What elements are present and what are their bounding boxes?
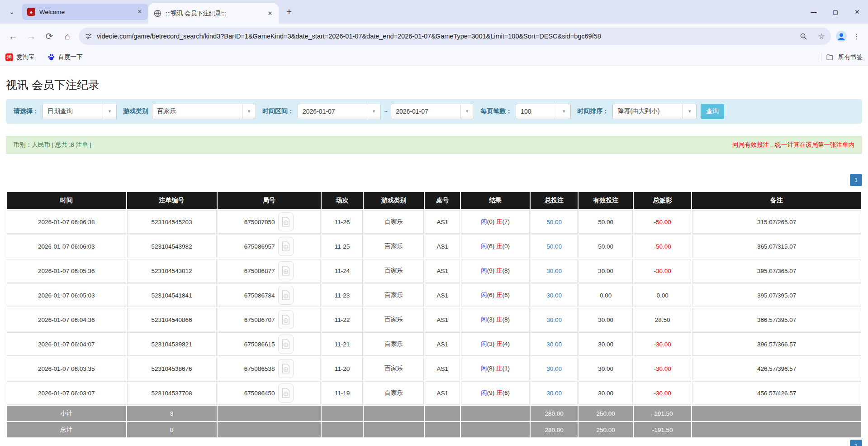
profile-avatar[interactable]: [834, 29, 849, 44]
url-bar[interactable]: videoie.com/game/betrecord_search/kind3?…: [79, 28, 831, 45]
page-title: 视讯 会员下注纪录: [6, 66, 862, 92]
video-replay-button[interactable]: [278, 335, 294, 354]
query-type-select[interactable]: 日期查询 ▼: [43, 104, 117, 119]
video-replay-button[interactable]: [278, 310, 294, 329]
cell-time: 2026-01-07 06:04:07: [7, 332, 126, 356]
close-window-button[interactable]: ✕: [846, 0, 868, 24]
bookmark-baidu[interactable]: 百度一下: [47, 53, 83, 61]
cell-total-bet[interactable]: 30.00: [531, 357, 578, 380]
cell-total-bet[interactable]: 50.00: [531, 235, 578, 258]
reload-button[interactable]: ⟳: [41, 28, 58, 45]
cell-table-no: AS1: [425, 308, 460, 331]
cell-remark: 395.07/365.07: [692, 259, 861, 283]
chevron-down-icon: ▼: [683, 104, 696, 119]
video-replay-button[interactable]: [278, 261, 294, 280]
cell-result: 闲(8) 庄(1): [461, 357, 529, 380]
film-file-icon: [282, 217, 290, 227]
video-replay-button[interactable]: [278, 359, 294, 378]
pagination-page-1-button[interactable]: 1: [850, 174, 862, 186]
cell-round-id: 675086784: [218, 283, 321, 307]
welcome-favicon-icon: ♠: [27, 8, 35, 16]
round-id-text: 675086615: [244, 341, 275, 348]
folder-icon: [826, 53, 834, 61]
column-header: 结果: [461, 192, 529, 209]
column-header: 场次: [322, 192, 363, 209]
round-id-text: 675087050: [244, 219, 275, 225]
home-button[interactable]: ⌂: [59, 28, 76, 45]
total-cell: 250.00: [579, 422, 633, 437]
column-header: 游戏类别: [364, 192, 424, 209]
per-page-select[interactable]: 100 ▼: [516, 104, 571, 119]
minimize-button[interactable]: —: [803, 0, 825, 24]
game-kind-select[interactable]: 百家乐 ▼: [152, 104, 256, 119]
bookmark-taobao[interactable]: 淘 爱淘宝: [5, 53, 35, 61]
round-id-text: 675086784: [244, 292, 275, 299]
select-label: 请选择：: [14, 107, 39, 115]
cell-result: 闲(9) 庄(8): [461, 259, 529, 283]
all-bookmarks-button[interactable]: 所有书签: [838, 53, 863, 61]
cell-round-id: 675086957: [218, 235, 321, 258]
sort-select[interactable]: 降幂(由大到小) ▼: [612, 104, 697, 119]
cell-total-bet[interactable]: 30.00: [531, 308, 578, 331]
pagination-bottom-page-1-button[interactable]: 1: [850, 440, 862, 446]
close-icon[interactable]: ✕: [266, 10, 274, 18]
new-tab-button[interactable]: +: [281, 4, 297, 19]
cell-total-bet[interactable]: 30.00: [531, 259, 578, 283]
back-icon: ←: [9, 31, 18, 42]
cell-total-bet[interactable]: 50.00: [531, 210, 578, 234]
video-replay-button[interactable]: [278, 212, 294, 231]
cell-payout: -50.00: [634, 235, 691, 258]
site-info-tune-icon[interactable]: [85, 33, 92, 40]
home-icon: ⌂: [65, 31, 70, 42]
round-id-text: 675086538: [244, 365, 275, 372]
zoom-icon[interactable]: [797, 29, 810, 43]
tab-search-button[interactable]: ⌄: [4, 4, 20, 20]
game-kind-label: 游戏类别: [123, 107, 148, 115]
total-cell: [461, 406, 529, 421]
close-icon[interactable]: ✕: [136, 8, 144, 16]
forward-button[interactable]: →: [23, 28, 40, 45]
film-file-icon: [282, 290, 290, 300]
cell-time: 2026-01-07 06:05:03: [7, 283, 126, 307]
cell-result: 闲(6) 庄(0): [461, 235, 529, 258]
cell-session: 11-22: [322, 308, 363, 331]
tab-betrecord[interactable]: :::视讯 会员下注纪录::: ✕: [148, 3, 279, 24]
tab-welcome[interactable]: ♠ Welcome ✕: [22, 4, 148, 20]
cell-table-no: AS1: [425, 283, 460, 307]
minimize-icon: —: [811, 9, 817, 15]
total-cell: [461, 422, 529, 437]
video-replay-button[interactable]: [278, 384, 294, 403]
chevron-down-icon: ▼: [242, 104, 256, 119]
close-icon: ✕: [855, 9, 860, 15]
total-cell: 小计: [7, 406, 126, 421]
cell-remark: 365.07/315.07: [692, 235, 861, 258]
cell-remark: 426.57/396.57: [692, 357, 861, 380]
cell-session: 11-23: [322, 283, 363, 307]
maximize-button[interactable]: ▢: [825, 0, 846, 24]
cell-game-kind: 百家乐: [364, 235, 424, 258]
date-end-select[interactable]: 2026-01-07 ▼: [391, 104, 474, 119]
total-cell: [692, 422, 861, 437]
avatar-icon: [835, 30, 847, 42]
cell-valid-bet: 50.00: [579, 210, 633, 234]
search-button[interactable]: 查询: [701, 104, 724, 119]
video-replay-button[interactable]: [278, 237, 294, 256]
bookmark-star-icon[interactable]: ☆: [815, 29, 828, 43]
cell-total-bet[interactable]: 30.00: [531, 381, 578, 405]
date-start-select[interactable]: 2026-01-07 ▼: [298, 104, 381, 119]
cell-total-bet[interactable]: 30.00: [531, 332, 578, 356]
cell-bet-id: 523104539821: [127, 332, 217, 356]
round-id-text: 675086707: [244, 317, 275, 323]
cell-bet-id: 523104543982: [127, 235, 217, 258]
globe-icon: [154, 10, 161, 17]
cell-game-kind: 百家乐: [364, 308, 424, 331]
back-button[interactable]: ←: [5, 28, 22, 45]
kebab-menu-icon: ⋮: [853, 32, 860, 41]
video-replay-button[interactable]: [278, 286, 294, 305]
cell-total-bet[interactable]: 30.00: [531, 283, 578, 307]
cell-round-id: 675086450: [218, 381, 321, 405]
total-cell: [218, 422, 321, 437]
url-text[interactable]: videoie.com/game/betrecord_search/kind3?…: [97, 33, 792, 40]
cell-remark: 456.57/426.57: [692, 381, 861, 405]
browser-menu-button[interactable]: ⋮: [850, 29, 863, 44]
